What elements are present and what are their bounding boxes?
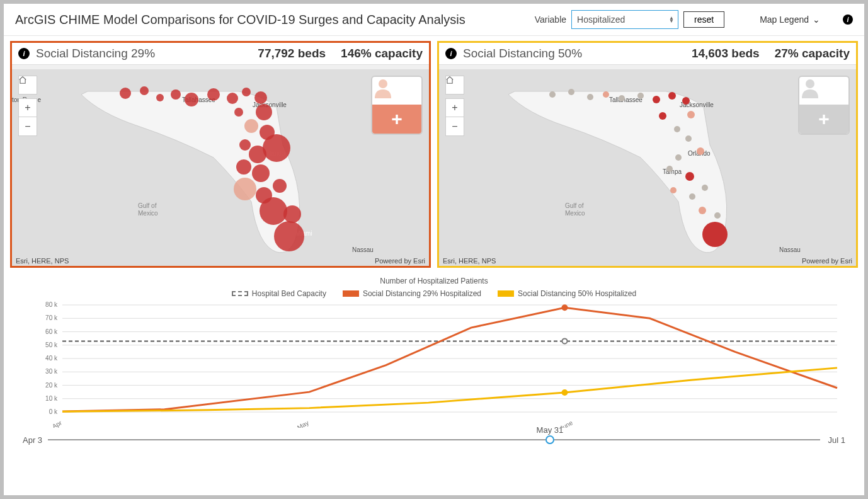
plus-icon: + (385, 108, 408, 130)
svg-point-21 (263, 134, 290, 162)
slider-track[interactable]: May 31 (48, 439, 820, 440)
swatch-icon (343, 290, 359, 297)
svg-text:10 k: 10 k (45, 395, 58, 402)
svg-text:0 k: 0 k (49, 408, 58, 415)
svg-point-14 (227, 93, 238, 104)
svg-point-8 (120, 88, 131, 99)
scenario-label: Social Distancing 29% (36, 47, 251, 60)
caret-updown-icon: ▲▼ (669, 16, 674, 23)
svg-point-61 (714, 212, 721, 219)
variable-selector-row: Variable Hospitalized ▲▼ reset (535, 10, 724, 29)
time-slider[interactable]: Apr 3 Jul 1 May 31 (48, 439, 820, 440)
reset-button[interactable]: reset (683, 11, 724, 28)
svg-point-49 (687, 111, 695, 118)
svg-point-27 (273, 179, 287, 193)
layer-widget[interactable]: + (371, 76, 423, 135)
svg-point-44 (619, 95, 625, 101)
layer-widget[interactable]: + (798, 76, 850, 135)
zoom-out-button[interactable]: − (18, 117, 37, 136)
svg-point-60 (699, 207, 706, 214)
svg-point-17 (256, 104, 272, 120)
svg-point-24 (252, 164, 270, 182)
svg-point-9 (140, 86, 149, 95)
svg-point-54 (675, 154, 682, 161)
svg-text:80 k: 80 k (45, 302, 58, 308)
map-legend-label: Map Legend (760, 14, 809, 25)
svg-point-32 (379, 79, 387, 88)
info-icon[interactable]: i (18, 48, 30, 59)
svg-point-42 (587, 94, 593, 100)
map-canvas[interactable]: Gulf ofMexico Tallahassee Jacksonville O… (439, 69, 856, 266)
svg-text:Apr: Apr (51, 419, 64, 428)
map-panel-sd29: i Social Distancing 29% 77,792 beds 146%… (10, 41, 431, 268)
svg-point-10 (156, 94, 164, 101)
svg-text:Nassau: Nassau (352, 246, 374, 253)
plus-icon: + (813, 108, 835, 130)
legend-item-capacity[interactable]: Hospital Bed Capacity (232, 289, 326, 298)
svg-point-58 (689, 193, 695, 200)
svg-point-57 (670, 187, 677, 193)
svg-text:50 k: 50 k (45, 341, 58, 348)
gulf-label: Gulf ofMexico (138, 202, 158, 217)
variable-select[interactable]: Hospitalized ▲▼ (571, 10, 678, 29)
svg-point-19 (234, 108, 243, 117)
svg-point-85 (562, 338, 567, 343)
swatch-icon (498, 290, 514, 297)
chevron-down-icon: ⌄ (813, 14, 820, 25)
chart-area: Number of Hospitalized Patients Hospital… (4, 270, 864, 495)
svg-point-52 (685, 135, 692, 142)
svg-point-40 (549, 91, 556, 98)
svg-point-13 (207, 88, 220, 101)
svg-point-41 (568, 89, 574, 95)
zoom-in-button[interactable]: + (445, 98, 464, 117)
zoom-controls: + − (445, 76, 464, 136)
home-button[interactable] (18, 76, 37, 95)
svg-point-12 (185, 93, 198, 106)
svg-text:May: May (296, 419, 310, 428)
svg-point-86 (561, 304, 568, 311)
map-header: i Social Distancing 50% 14,603 beds 27% … (439, 43, 856, 65)
map-svg: Gulf ofMexico Tallahassee Jacksonville O… (439, 69, 855, 268)
svg-point-87 (561, 389, 568, 396)
chart-legend: Hospital Bed Capacity Social Distancing … (23, 289, 845, 298)
svg-text:Tallahassee: Tallahassee (609, 96, 642, 103)
svg-point-15 (242, 88, 251, 96)
map-svg: Gulf ofMexico ton Rouge Tallahassee Jack… (12, 69, 428, 268)
svg-point-63 (806, 79, 814, 88)
svg-point-45 (637, 93, 644, 99)
svg-point-16 (254, 91, 267, 104)
svg-point-47 (668, 92, 676, 100)
person-icon (799, 77, 821, 98)
svg-text:30 k: 30 k (45, 368, 58, 375)
svg-point-11 (171, 89, 181, 100)
person-icon (372, 77, 394, 98)
map-panel-sd50: i Social Distancing 50% 14,603 beds 27% … (437, 41, 858, 268)
svg-point-22 (249, 146, 266, 163)
info-icon[interactable]: i (445, 48, 457, 59)
svg-point-53 (697, 147, 704, 155)
zoom-in-button[interactable]: + (18, 98, 37, 117)
zoom-out-button[interactable]: − (445, 117, 464, 136)
variable-label: Variable (535, 14, 566, 25)
info-icon[interactable]: i (843, 14, 853, 25)
gulf-label: Gulf ofMexico (565, 202, 585, 217)
svg-point-43 (603, 91, 609, 98)
svg-point-31 (239, 139, 251, 151)
page-title: ArcGIS CHIME Model Comparisons for COVID… (15, 13, 525, 27)
map-canvas[interactable]: Gulf ofMexico ton Rouge Tallahassee Jack… (12, 69, 429, 266)
map-legend-toggle[interactable]: Map Legend ⌄ (760, 14, 820, 25)
svg-text:Nassau: Nassau (779, 246, 801, 253)
svg-point-50 (674, 126, 680, 132)
slider-handle[interactable] (545, 435, 554, 444)
legend-item-sd29[interactable]: Social Distancing 29% Hospitalized (343, 289, 481, 298)
home-button[interactable] (445, 76, 464, 95)
svg-point-59 (702, 185, 708, 191)
attribution-left: Esri, HERE, NPS (443, 257, 496, 265)
header: ArcGIS CHIME Model Comparisons for COVID… (4, 4, 864, 36)
attribution-left: Esri, HERE, NPS (16, 257, 69, 265)
scenario-label: Social Distancing 50% (463, 47, 685, 60)
chart-svg: 0 k10 k20 k30 k40 k50 k60 k70 k80 k AprM… (23, 302, 845, 428)
capacity-value: 146% capacity (341, 47, 423, 60)
legend-item-sd50[interactable]: Social Distancing 50% Hospitalized (498, 289, 636, 298)
zoom-controls: + − (18, 76, 37, 136)
